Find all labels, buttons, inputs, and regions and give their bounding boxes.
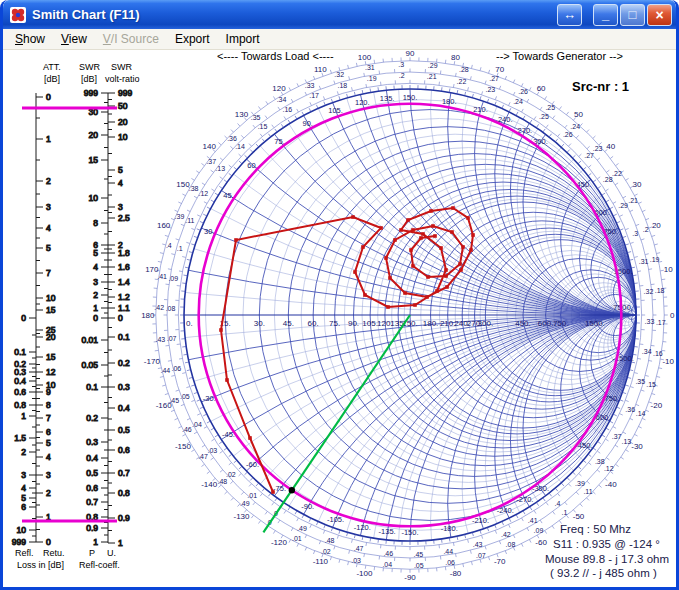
svg-text:.32: .32 — [334, 71, 344, 78]
svg-text:170: 170 — [145, 265, 159, 274]
svg-text:240.: 240. — [498, 115, 513, 124]
svg-text:0: 0 — [670, 311, 675, 320]
svg-text:25: 25 — [46, 325, 56, 335]
svg-text:120.: 120. — [355, 98, 370, 107]
svg-text:75.: 75. — [329, 319, 340, 328]
svg-text:.34: .34 — [277, 96, 287, 103]
svg-text:60.: 60. — [247, 161, 257, 170]
svg-text:0.8: 0.8 — [14, 400, 26, 410]
svg-text:.07: .07 — [476, 552, 486, 559]
svg-text:-120: -120 — [271, 538, 288, 547]
svg-text:110: 110 — [314, 65, 327, 74]
svg-text:3: 3 — [46, 202, 51, 212]
svg-text:120: 120 — [272, 84, 286, 93]
svg-text:90.: 90. — [302, 119, 312, 128]
svg-text:0.8: 0.8 — [86, 512, 98, 522]
menu-vi-source[interactable]: V/I Source — [95, 30, 167, 48]
svg-text:.16: .16 — [653, 350, 663, 357]
svg-text:4: 4 — [21, 483, 26, 493]
svg-text:0.1: 0.1 — [14, 347, 26, 357]
svg-text:3: 3 — [118, 202, 123, 212]
boundary-ticks — [180, 85, 640, 545]
svg-text:.11: .11 — [583, 488, 592, 495]
svg-text:210.: 210. — [473, 105, 488, 114]
svg-text:.11: .11 — [185, 217, 194, 224]
svg-text:210.: 210. — [440, 319, 456, 328]
svg-text:-110: -110 — [313, 557, 329, 566]
svg-text:3: 3 — [46, 470, 51, 480]
svg-text:.38: .38 — [189, 185, 199, 192]
app-icon — [9, 6, 27, 24]
svg-text:6: 6 — [21, 502, 26, 512]
svg-text:.07: .07 — [167, 335, 177, 342]
svg-text:.39: .39 — [575, 480, 585, 487]
svg-text:0.6: 0.6 — [118, 445, 130, 455]
svg-text:.26: .26 — [563, 131, 573, 138]
svg-text:.17: .17 — [309, 92, 319, 99]
svg-text:130: 130 — [235, 110, 249, 119]
svg-text:0.4: 0.4 — [86, 453, 98, 463]
svg-text:30: 30 — [89, 107, 99, 117]
nomograph-footer-5: Refl-coeff. — [79, 560, 120, 570]
svg-text:0.05: 0.05 — [81, 360, 98, 370]
svg-text:0: 0 — [274, 510, 278, 517]
close-button[interactable]: × — [647, 4, 672, 26]
svg-text:105.: 105. — [362, 319, 378, 328]
cursor-line[interactable] — [263, 315, 410, 532]
nomograph: 0123457101500.10.20.30.40.60.811.5234561… — [12, 88, 133, 548]
nomograph-footer-2: Loss in [dB] — [17, 560, 64, 570]
svg-text:50: 50 — [118, 101, 128, 111]
maximize-button[interactable]: □ — [620, 4, 645, 26]
nomograph-header-4: SWR — [111, 62, 132, 72]
s11-marker-dot[interactable] — [289, 487, 295, 493]
svg-text:.39: .39 — [175, 213, 185, 220]
svg-text:1.8: 1.8 — [118, 248, 130, 258]
svg-text:.35: .35 — [251, 114, 261, 121]
menu-import[interactable]: Import — [218, 30, 268, 48]
svg-text:450.: 450. — [515, 319, 531, 328]
svg-text:105.: 105. — [328, 106, 343, 115]
menu-bar: Show View V/I Source Export Import — [3, 29, 676, 50]
dock-button[interactable]: ↔ — [557, 4, 582, 26]
svg-text:.13: .13 — [215, 165, 225, 172]
nomograph-header-5: volt-ratio — [105, 74, 140, 84]
svg-text:.29: .29 — [428, 62, 438, 69]
svg-text:.23: .23 — [485, 86, 495, 93]
svg-text:0.5: 0.5 — [118, 425, 130, 435]
svg-text:3: 3 — [21, 470, 26, 480]
chart-boundary — [184, 89, 636, 541]
svg-text:5: 5 — [46, 438, 51, 448]
svg-text:0.3: 0.3 — [86, 437, 98, 447]
svg-text:10: 10 — [46, 380, 56, 390]
svg-text:.4: .4 — [555, 500, 561, 507]
title-bar[interactable]: Smith Chart (F11) ↔ _ □ × — [3, 0, 676, 29]
svg-text:.08: .08 — [166, 305, 176, 312]
svg-text:1: 1 — [46, 512, 51, 522]
svg-text:.22: .22 — [612, 170, 622, 177]
svg-text:15: 15 — [46, 305, 56, 315]
svg-text:-150: -150 — [175, 442, 192, 451]
svg-text:0: 0 — [46, 92, 51, 102]
status-s11: S11 : 0.935 @ -124 ° — [553, 538, 660, 550]
svg-text:0.: 0. — [186, 319, 193, 328]
menu-export[interactable]: Export — [167, 30, 218, 48]
minimize-button[interactable]: _ — [593, 4, 618, 26]
svg-text:1: 1 — [93, 303, 98, 313]
menu-show[interactable]: Show — [7, 30, 53, 48]
svg-text:-40: -40 — [605, 480, 617, 489]
svg-text:3: 3 — [93, 277, 98, 287]
svg-text:750.: 750. — [603, 227, 618, 236]
svg-text:-1500.: -1500. — [612, 354, 633, 363]
menu-view[interactable]: View — [53, 30, 95, 48]
svg-text:.01: .01 — [292, 535, 302, 542]
svg-text:4: 4 — [46, 452, 51, 462]
svg-text:.02: .02 — [321, 548, 331, 555]
svg-text:.14: .14 — [636, 410, 646, 417]
svg-text:270.: 270. — [467, 319, 483, 328]
svg-text:-130: -130 — [233, 512, 250, 521]
status-mouse-parallel: ( 93.2 // - j 485 ohm ) — [550, 567, 657, 579]
svg-text:.17: .17 — [656, 319, 666, 326]
svg-text:.36: .36 — [227, 135, 237, 142]
svg-text:.43: .43 — [473, 541, 483, 548]
svg-text:.09: .09 — [168, 275, 178, 282]
